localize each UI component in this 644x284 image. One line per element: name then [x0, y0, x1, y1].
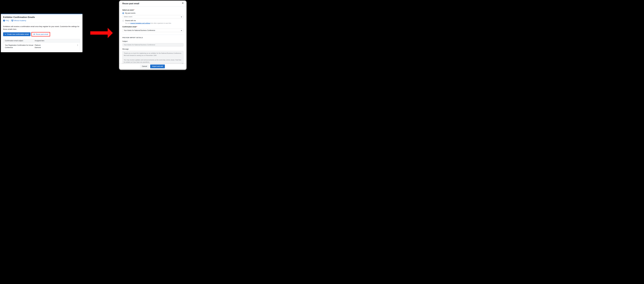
exhibitor-confirmation-panel: Exhibitor Confirmation Emails ? FAQ |: [1, 14, 82, 52]
tier-platinum: Platinum: [35, 44, 76, 46]
assigned-tiers-cell: Platinum Diamond: [35, 44, 76, 49]
preview-import-details-heading: PREVIEW IMPORT DETAILS: [122, 37, 184, 38]
reuse-past-email-button[interactable]: ♻ Reuse past email: [32, 32, 50, 36]
confirmation-email-dropdown[interactable]: Your tickets for National Business Confe…: [122, 29, 184, 32]
column-header-tiers: Assigned tiers: [35, 40, 76, 42]
modal-content: Reuse past email ✕ Select an event* My p…: [119, 1, 186, 69]
required-asterisk: *: [134, 9, 134, 11]
reuse-button-label: Reuse past email: [36, 33, 48, 35]
plus-icon: +: [5, 33, 6, 35]
message-label: Message: [122, 48, 184, 50]
screenshot-stage: Exhibitor Confirmation Emails ? FAQ |: [0, 0, 187, 71]
radio-unselected-icon[interactable]: [122, 20, 124, 22]
create-confirmation-email-button[interactable]: + Create new confirmation email: [3, 32, 30, 36]
tier-diamond: Diamond: [35, 46, 76, 49]
radio-label-my-past-events: My past events: [125, 12, 136, 14]
radio-label-shared-with-me: Shared with me: [125, 20, 136, 22]
confirmation-emails-table: Confirmation email subject Assigned tier…: [3, 39, 80, 51]
table-header-row: Confirmation email subject Assigned tier…: [3, 39, 80, 42]
radio-option-shared-with-me[interactable]: Shared with me: [122, 20, 184, 22]
question-circle-icon: ?: [3, 20, 5, 22]
help-links-row: ? FAQ | Whova Academy: [3, 20, 80, 22]
confirmation-email-label: Confirmation email*: [122, 26, 184, 28]
faq-link[interactable]: FAQ: [6, 20, 9, 22]
whova-academy-icon: [11, 20, 14, 22]
create-button-label: Create new confirmation email: [7, 33, 29, 35]
subject-label: Subject: [122, 40, 184, 42]
email-subject-cell: Your Registration Confirmation for Annua…: [5, 44, 34, 49]
select-event-label: Select an event*: [122, 9, 184, 11]
subject-input[interactable]: [122, 43, 184, 46]
whova-academy-link[interactable]: Whova Academy: [14, 20, 26, 22]
import-and-edit-button[interactable]: Import and edit: [150, 64, 165, 68]
red-arrow-annotation: [90, 28, 113, 39]
required-asterisk: *: [137, 26, 137, 28]
shared-helper-text: You can request templates and settings f…: [125, 22, 184, 24]
cancel-button[interactable]: Cancel: [140, 64, 149, 68]
kebab-menu-icon[interactable]: ⋮: [77, 44, 78, 49]
request-templates-link[interactable]: request templates and settings: [130, 22, 150, 24]
select-event-placeholder: Select event: [124, 16, 132, 18]
panel-description: Exhibitors will receive a confirmation e…: [3, 25, 79, 31]
close-icon[interactable]: ✕: [182, 2, 184, 4]
page-title: Exhibitor Confirmation Emails: [3, 16, 80, 18]
table-row: Your Registration Confirmation for Annua…: [3, 42, 80, 50]
confirmation-email-value: Your tickets for National Business Confe…: [124, 30, 155, 31]
chevron-down-icon: [181, 16, 182, 18]
radio-selected-icon[interactable]: [122, 12, 124, 14]
modal-title: Reuse past email: [122, 2, 139, 5]
column-header-subject: Confirmation email subject: [3, 40, 35, 42]
reuse-past-email-modal: Reuse past email ✕ Select an event* My p…: [119, 1, 186, 70]
modal-header: Reuse past email ✕: [119, 1, 186, 6]
radio-option-my-past-events[interactable]: My past events: [122, 12, 184, 14]
recycle-icon: ♻: [33, 33, 35, 35]
chevron-down-icon: [181, 30, 182, 31]
message-textarea[interactable]: Thank you so much for registering as an …: [122, 51, 184, 64]
link-separator: |: [10, 20, 10, 22]
select-event-dropdown[interactable]: Select event: [122, 15, 184, 18]
modal-footer: Cancel Import and edit: [119, 64, 186, 69]
red-highlight-annotation: ♻ Reuse past email: [32, 32, 50, 36]
